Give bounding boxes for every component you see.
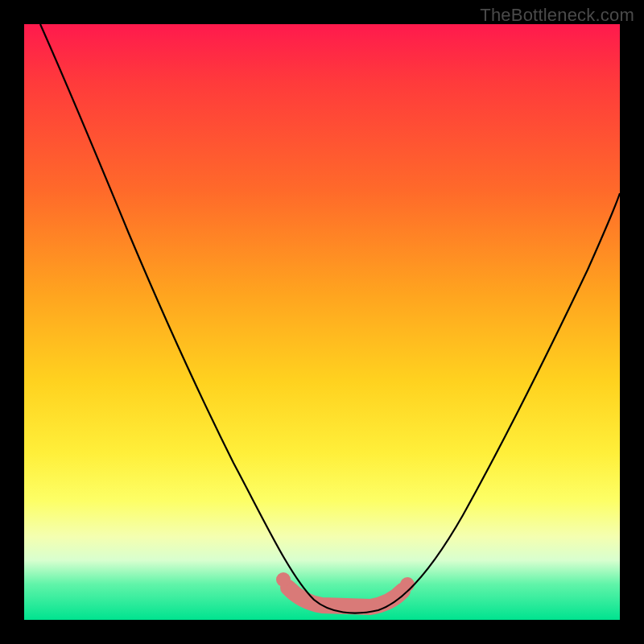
- highlight-dot-left: [276, 572, 291, 587]
- chart-frame: TheBottleneck.com: [0, 0, 644, 644]
- main-curve: [40, 24, 620, 613]
- watermark-text: TheBottleneck.com: [480, 5, 634, 26]
- curve-svg: [24, 24, 620, 620]
- highlight-dot-right: [400, 577, 415, 592]
- plot-area: [24, 24, 620, 620]
